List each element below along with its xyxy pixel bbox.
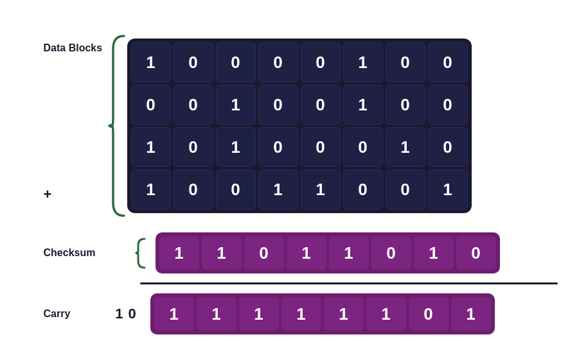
carry-cell: 1 bbox=[154, 297, 194, 331]
data-grid-cell: 1 bbox=[343, 85, 383, 125]
main-container: Data Blocks + 10000100001001001010001010… bbox=[18, 17, 571, 347]
data-blocks-section: Data Blocks + 10000100001001001010001010… bbox=[44, 30, 558, 222]
carry-cell: 1 bbox=[366, 297, 406, 331]
data-grid-cell: 0 bbox=[343, 169, 383, 209]
carry-prefix-digit: 0 bbox=[129, 306, 136, 322]
data-grid-cell: 1 bbox=[131, 127, 171, 167]
data-grid-cell: 0 bbox=[343, 127, 383, 167]
checksum-cell: 1 bbox=[202, 236, 242, 270]
data-grid-cell: 0 bbox=[301, 127, 341, 167]
data-grid-cell: 1 bbox=[386, 127, 425, 167]
plus-label: + bbox=[44, 186, 52, 203]
data-blocks-brace bbox=[108, 30, 127, 222]
checksum-brace bbox=[135, 236, 148, 271]
data-grid-cell: 1 bbox=[343, 42, 383, 82]
data-grid-cell: 0 bbox=[131, 85, 171, 125]
data-grid-cell: 0 bbox=[216, 169, 256, 209]
checksum-cell: 1 bbox=[414, 236, 454, 270]
carry-digits: 10 bbox=[107, 306, 145, 322]
data-blocks-label: Data Blocks bbox=[44, 42, 103, 54]
data-grid-cell: 0 bbox=[428, 42, 468, 82]
carry-section: Carry 10 11111101 bbox=[44, 293, 558, 334]
data-grid-row: 10011001 bbox=[131, 169, 468, 209]
data-grid-cell: 0 bbox=[258, 42, 298, 82]
checksum-cell: 0 bbox=[456, 236, 496, 270]
data-grid-cell: 1 bbox=[131, 42, 171, 82]
carry-prefix-digit: 1 bbox=[115, 306, 123, 322]
data-grid-cell: 1 bbox=[428, 169, 468, 209]
checksum-row: 11011010 bbox=[156, 232, 500, 273]
carry-label-area: Carry bbox=[44, 308, 102, 320]
data-grid-cell: 0 bbox=[428, 127, 468, 167]
checksum-label-area: Checksum bbox=[44, 247, 127, 259]
data-grid-row: 10100010 bbox=[131, 127, 468, 167]
data-grid-row: 10000100 bbox=[131, 42, 468, 82]
checksum-cell: 0 bbox=[244, 236, 284, 270]
checksum-cell: 1 bbox=[159, 236, 199, 270]
data-grid-cell: 0 bbox=[174, 127, 213, 167]
carry-cell: 0 bbox=[409, 297, 449, 331]
data-grid-cell: 1 bbox=[258, 169, 298, 209]
checksum-cell: 0 bbox=[371, 236, 411, 270]
data-grid-row: 00100100 bbox=[131, 85, 468, 125]
carry-row: 11111101 bbox=[150, 293, 495, 334]
data-grid: 10000100001001001010001010011001 bbox=[127, 39, 472, 213]
divider-section bbox=[44, 282, 558, 284]
carry-label: Carry bbox=[44, 308, 71, 320]
data-grid-cell: 1 bbox=[216, 127, 256, 167]
data-grid-cell: 0 bbox=[174, 169, 213, 209]
data-grid-cell: 1 bbox=[216, 85, 256, 125]
carry-cell: 1 bbox=[197, 297, 236, 331]
data-grid-cell: 0 bbox=[301, 85, 341, 125]
data-grid-cell: 0 bbox=[301, 42, 341, 82]
data-grid-cell: 0 bbox=[258, 127, 298, 167]
carry-cell: 1 bbox=[281, 297, 321, 331]
checksum-section: Checksum 11011010 bbox=[44, 232, 558, 273]
carry-cell: 1 bbox=[324, 297, 364, 331]
divider-line bbox=[140, 282, 558, 284]
data-grid-cell: 1 bbox=[131, 169, 171, 209]
data-grid-cell: 0 bbox=[428, 85, 468, 125]
carry-cell: 1 bbox=[239, 297, 279, 331]
checksum-cell: 1 bbox=[287, 236, 326, 270]
data-grid-cell: 1 bbox=[301, 169, 341, 209]
data-grid-cell: 0 bbox=[386, 169, 425, 209]
data-grid-cell: 0 bbox=[174, 42, 213, 82]
data-blocks-label-area: Data Blocks + bbox=[44, 30, 127, 222]
carry-cell: 1 bbox=[451, 297, 491, 331]
data-grid-cell: 0 bbox=[258, 85, 298, 125]
data-grid-cell: 0 bbox=[216, 42, 256, 82]
checksum-label: Checksum bbox=[44, 247, 96, 259]
checksum-cell: 1 bbox=[329, 236, 369, 270]
data-grid-cell: 0 bbox=[174, 85, 213, 125]
data-grid-cell: 0 bbox=[386, 42, 425, 82]
data-grid-cell: 0 bbox=[386, 85, 425, 125]
